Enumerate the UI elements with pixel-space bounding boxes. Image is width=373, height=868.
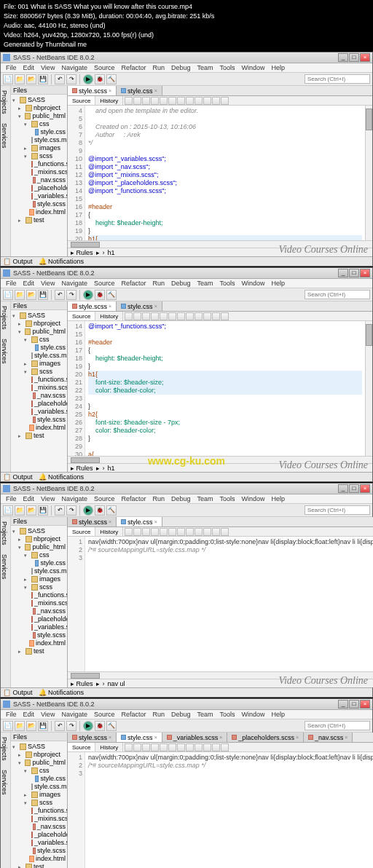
scrollbar-thumb[interactable] [71, 457, 100, 463]
tree-node-index.html[interactable]: index.html [12, 639, 66, 647]
toolbar-icon[interactable] [186, 312, 194, 320]
menu-view[interactable]: View [38, 494, 58, 503]
toolbar-icon[interactable] [221, 97, 229, 105]
editor-tab-style.scss[interactable]: style.scss × [68, 517, 117, 526]
notifications-tab[interactable]: 🔔 Notifications [39, 689, 85, 696]
breadcrumb-item[interactable]: nav ul [108, 680, 125, 687]
code-line[interactable]: font-size: $header-size; [88, 379, 362, 387]
search-input[interactable] [305, 721, 370, 730]
menu-team[interactable]: Team [195, 279, 216, 288]
undo-button[interactable]: ↶ [55, 74, 65, 84]
tree-node-_mixins.scss[interactable]: _mixins.scss [12, 815, 66, 823]
close-icon[interactable]: × [154, 301, 157, 312]
titlebar[interactable]: SASS - NetBeans IDE 8.0.2 _ □ × [1, 52, 372, 63]
scrollbar-vertical[interactable] [365, 106, 372, 240]
code-line[interactable]: } [88, 435, 362, 443]
code-line[interactable]: h1{ [88, 235, 362, 240]
close-icon[interactable]: × [345, 733, 348, 743]
toolbar-icon[interactable] [195, 97, 203, 105]
run-button[interactable]: ▶ [83, 505, 93, 516]
editor-tab-style.scss[interactable]: style.scss × [68, 86, 117, 95]
menu-help[interactable]: Help [269, 494, 288, 503]
menu-team[interactable]: Team [195, 63, 216, 72]
minimize-button[interactable]: _ [338, 269, 348, 277]
open-button[interactable]: 📂 [26, 721, 36, 731]
code-content[interactable]: and open the template in the editor. Cre… [85, 106, 365, 240]
tree-node-_variables.scss[interactable]: _variables.scss [12, 623, 66, 631]
tree-node-SASS[interactable]: ▾ SASS [12, 96, 66, 104]
editor-tab-_placeholders.scss[interactable]: _placeholders.scss × [227, 733, 304, 742]
open-button[interactable]: 📂 [26, 290, 36, 300]
breadcrumb-item[interactable]: h1 [108, 249, 115, 256]
history-tab[interactable]: History [95, 527, 123, 536]
menu-refactor[interactable]: Refactor [118, 279, 149, 288]
tree-node-css[interactable]: ▾ css [12, 336, 66, 344]
menu-debug[interactable]: Debug [168, 279, 194, 288]
tree-node-test[interactable]: ▸ test [12, 863, 66, 868]
build-button[interactable]: 🔨 [106, 505, 117, 516]
toolbar-icon[interactable] [160, 97, 168, 105]
close-icon[interactable]: × [154, 86, 157, 96]
close-icon[interactable]: × [219, 733, 222, 743]
toolbar-icon[interactable] [203, 97, 211, 105]
toolbar-icon[interactable] [151, 312, 159, 320]
toolbar-icon[interactable] [160, 528, 168, 536]
close-icon[interactable]: × [296, 733, 299, 743]
projects-tab[interactable]: Projects [1, 520, 9, 547]
breadcrumb-item[interactable]: ▸ [96, 680, 100, 687]
search-input[interactable] [305, 74, 370, 84]
code-line[interactable]: @import "_placeholders.scss"; [88, 179, 362, 187]
tree-node-style.scss[interactable]: style.scss [12, 847, 66, 855]
new-file-button[interactable]: 📄 [3, 505, 13, 516]
toolbar-icon[interactable] [203, 743, 211, 751]
toolbar-icon[interactable] [125, 312, 133, 320]
undo-button[interactable]: ↶ [55, 721, 65, 731]
tree-node-_placeholders.scss[interactable]: _placeholders.scss [12, 400, 66, 408]
maximize-button[interactable]: □ [349, 700, 359, 709]
redo-button[interactable]: ↷ [66, 721, 76, 731]
services-tab[interactable]: Services [1, 553, 9, 581]
scrollbar-horizontal[interactable] [68, 456, 372, 463]
code-line[interactable] [88, 443, 362, 451]
build-button[interactable]: 🔨 [106, 74, 117, 84]
toolbar-icon[interactable] [168, 743, 176, 751]
close-icon[interactable]: × [109, 517, 111, 527]
code-line[interactable]: @import "_variables.scss"; [88, 155, 362, 163]
source-tab[interactable]: Source [68, 96, 95, 105]
services-tab[interactable]: Services [1, 122, 9, 150]
new-project-button[interactable]: 📁 [15, 505, 25, 516]
menu-tools[interactable]: Tools [217, 710, 238, 719]
toolbar-icon[interactable] [212, 528, 220, 536]
search-input[interactable] [305, 290, 370, 299]
menu-edit[interactable]: Edit [20, 710, 38, 719]
menu-team[interactable]: Team [195, 494, 216, 503]
tree-node-index.html[interactable]: index.html [12, 855, 66, 863]
toolbar-icon[interactable] [133, 528, 141, 536]
notifications-tab[interactable]: 🔔 Notifications [39, 473, 85, 481]
menu-team[interactable]: Team [195, 710, 216, 719]
toolbar-icon[interactable] [142, 97, 150, 105]
tree-node-public_html[interactable]: ▾ public_html [12, 543, 66, 551]
scrollbar-thumb[interactable] [71, 242, 100, 248]
editor-tab-style.scss[interactable]: style.scss × [68, 301, 117, 311]
code-line[interactable]: } [88, 227, 362, 235]
tree-node-style.css[interactable]: style.css [12, 775, 66, 783]
new-project-button[interactable]: 📁 [15, 290, 25, 300]
code-line[interactable]: a{ [88, 451, 362, 456]
redo-button[interactable]: ↷ [66, 505, 76, 516]
menu-edit[interactable]: Edit [20, 279, 38, 288]
tree-node-scss[interactable]: ▾ scss [12, 799, 66, 807]
code-line[interactable] [88, 147, 362, 155]
services-tab[interactable]: Services [1, 337, 9, 366]
tree-node-_functions.scss[interactable]: _functions.scss [12, 591, 66, 599]
code-line[interactable] [88, 554, 373, 562]
menu-help[interactable]: Help [269, 63, 288, 72]
undo-button[interactable]: ↶ [55, 505, 65, 516]
code-line[interactable]: font-size: $header-size - 7px; [88, 419, 362, 427]
code-line[interactable]: */ [88, 139, 362, 147]
menu-navigate[interactable]: Navigate [58, 494, 90, 503]
tree-node-_nav.scss[interactable]: _nav.scss [12, 392, 66, 400]
tree-node-scss[interactable]: ▾ scss [12, 368, 66, 376]
code-line[interactable]: @import "_functions.scss"; [88, 187, 362, 195]
notifications-tab[interactable]: 🔔 Notifications [39, 258, 85, 265]
